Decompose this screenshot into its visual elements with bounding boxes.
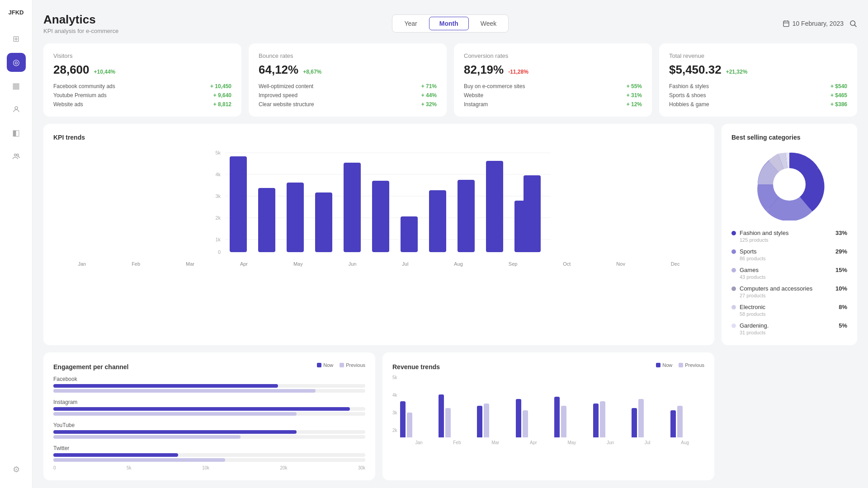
tab-year[interactable]: Year: [394, 17, 427, 30]
kpi-value-0: 28,600: [53, 63, 90, 77]
page-header: Analytics KPI analysis for e-commerce Ye…: [43, 13, 857, 34]
best-selling-card: Best selling categories: [722, 124, 857, 345]
category-item-2: Games 15% 43 products: [731, 267, 847, 280]
kpi-cards-row: Visitors 28,600 +10,44% Facebook communi…: [43, 43, 857, 117]
svg-point-1: [14, 154, 16, 156]
horizontal-bar-group: Facebook Instagram YouTube Twitter: [53, 376, 365, 462]
kpi-title-1: Bounce rates: [259, 52, 437, 59]
kpi-title-0: Visitors: [53, 52, 231, 59]
kpi-card-bounce: Bounce rates 64,12% +8,67% Well-optimize…: [249, 43, 447, 117]
revenue-chart-body: 5k 4k 3k 2k: [392, 375, 704, 445]
date-text: 10 February, 2023: [793, 20, 844, 27]
header-right: 10 February, 2023: [783, 19, 857, 28]
tab-week[interactable]: Week: [471, 17, 507, 30]
svg-line-8: [854, 25, 856, 27]
category-list: Fashion and styles 33% 125 products Spor…: [731, 230, 847, 335]
kpi-change-0: +10,44%: [94, 69, 116, 75]
svg-rect-28: [458, 180, 475, 252]
engagement-row-0: Facebook: [53, 376, 365, 393]
svg-rect-27: [429, 190, 446, 252]
sidebar-item-settings[interactable]: ⚙: [7, 460, 26, 479]
rev-bar-0: [400, 401, 434, 437]
svg-rect-25: [372, 181, 389, 252]
category-item-1: Sports 29% 86 products: [731, 248, 847, 261]
kpi-trends-chart: 5k 4k 3k 2k 1k 0: [53, 148, 704, 266]
category-item-4: Electronic 8% 58 products: [731, 304, 847, 317]
best-selling-title: Best selling categories: [731, 134, 847, 141]
category-item-0: Fashion and styles 33% 125 products: [731, 230, 847, 243]
bar-chart-svg: 5k 4k 3k 2k 1k 0: [53, 148, 704, 257]
svg-rect-24: [344, 163, 361, 252]
svg-point-2: [16, 154, 19, 156]
rev-x-labels: Jan Feb Mar Apr May Jun Jul Aug: [400, 440, 704, 445]
page-title: Analytics: [43, 13, 118, 27]
revenue-grouped-bars: [400, 379, 704, 437]
kpi-change-2: -11,28%: [508, 69, 528, 75]
date-badge: 10 February, 2023: [783, 20, 844, 27]
svg-text:4k: 4k: [215, 172, 221, 177]
header-left: Analytics KPI analysis for e-commerce: [43, 13, 118, 34]
tab-group: Year Month Week: [392, 14, 509, 33]
svg-rect-26: [401, 216, 418, 252]
sidebar-item-group[interactable]: [7, 147, 26, 166]
category-item-5: Gardening. 5% 31 products: [731, 322, 847, 335]
engagement-row-3: Twitter: [53, 445, 365, 462]
sidebar: JFKD ⊞ ◎ ▦ ◧ ⚙: [0, 0, 33, 488]
engagement-card: Engagement per channel Now Previous Face…: [43, 352, 375, 480]
rev-bar-7: [670, 406, 704, 437]
kpi-card-revenue: Total revenue $5,450.32 +21,32% Fashion …: [659, 43, 857, 117]
svg-rect-3: [783, 21, 789, 27]
sidebar-logo: JFKD: [9, 9, 24, 16]
kpi-title-2: Conversion rates: [464, 52, 642, 59]
bottom-row: Engagement per channel Now Previous Face…: [43, 352, 857, 480]
rev-bar-3: [516, 399, 550, 437]
pie-chart-svg: [753, 148, 826, 221]
h-axis-labels: 0 5k 10k 20k 30k: [53, 465, 365, 470]
svg-rect-23: [315, 192, 332, 252]
sidebar-item-user[interactable]: [7, 100, 26, 119]
kpi-trends-card: KPI trends 5k 4k 3k 2k 1k 0: [43, 124, 714, 345]
rev-bar-6: [632, 399, 665, 437]
svg-text:0: 0: [218, 249, 221, 255]
rev-y-axis: 5k 4k 3k 2k: [392, 375, 397, 434]
tab-month[interactable]: Month: [429, 17, 469, 30]
rev-bar-4: [554, 397, 588, 437]
svg-rect-22: [287, 183, 304, 252]
svg-rect-31: [524, 175, 541, 252]
sidebar-item-calendar[interactable]: ▦: [7, 76, 26, 95]
svg-rect-21: [258, 188, 275, 252]
search-icon[interactable]: [849, 19, 857, 28]
rev-bar-5: [593, 401, 627, 437]
pie-chart-area: [731, 148, 847, 221]
engagement-row-2: YouTube: [53, 422, 365, 439]
svg-text:2k: 2k: [215, 215, 221, 221]
kpi-value-1: 64,12%: [259, 63, 298, 77]
svg-text:3k: 3k: [215, 193, 221, 199]
category-item-3: Computers and accessories 10% 27 product…: [731, 285, 847, 298]
charts-row: KPI trends 5k 4k 3k 2k 1k 0: [43, 124, 857, 345]
rev-bar-2: [477, 404, 511, 437]
sidebar-item-grid[interactable]: ⊞: [7, 29, 26, 48]
page-subtitle: KPI analysis for e-commerce: [43, 28, 118, 34]
kpi-change-1: +8,67%: [303, 69, 321, 75]
revenue-bars-area: Jan Feb Mar Apr May Jun Jul Aug: [400, 375, 704, 445]
svg-text:5k: 5k: [215, 150, 221, 155]
kpi-card-conversion: Conversion rates 82,19% -11,28% Buy on e…: [454, 43, 652, 117]
rev-bar-1: [439, 394, 472, 437]
kpi-change-3: +21,32%: [726, 69, 748, 75]
bar-chart-month-labels: Jan Feb Mar Apr May Jun Jul Aug Sep Oct …: [53, 261, 704, 267]
sidebar-item-report[interactable]: ◧: [7, 123, 26, 142]
sidebar-item-analytics[interactable]: ◎: [7, 53, 26, 72]
svg-point-0: [15, 107, 18, 109]
engagement-title: Engagement per channel: [53, 363, 128, 371]
revenue-trends-title: Revenue trends: [392, 363, 440, 371]
calendar-icon: [783, 20, 790, 27]
kpi-value-3: $5,450.32: [669, 63, 722, 77]
svg-point-7: [850, 21, 855, 26]
svg-rect-20: [230, 156, 247, 252]
kpi-value-2: 82,19%: [464, 63, 504, 77]
kpi-title-3: Total revenue: [669, 52, 847, 59]
svg-point-34: [773, 168, 806, 201]
kpi-card-visitors: Visitors 28,600 +10,44% Facebook communi…: [43, 43, 241, 117]
engagement-row-1: Instagram: [53, 399, 365, 416]
